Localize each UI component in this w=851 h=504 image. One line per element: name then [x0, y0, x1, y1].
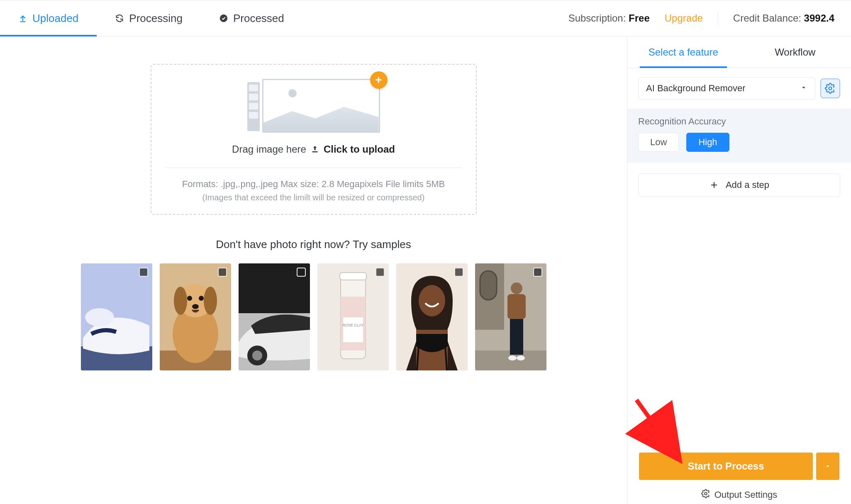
credit-value: 3992.4 [804, 12, 834, 24]
start-process-more-button[interactable] [816, 453, 839, 480]
dropzone-text: Drag image here Click to upload [166, 144, 462, 155]
subscription-label: Subscription: [568, 12, 626, 24]
credit-balance: Credit Balance: 3992.4 [733, 12, 834, 24]
samples-title: Don't have photo right now? Try samples [0, 238, 627, 251]
main-tabs: Uploaded Processing Processed [0, 0, 302, 36]
sample-checkbox[interactable] [218, 268, 227, 277]
svg-rect-1 [312, 151, 317, 153]
center-panel: + Drag image here Click to upload Format… [0, 37, 627, 504]
svg-point-36 [829, 87, 832, 90]
sample-image[interactable] [475, 263, 546, 370]
tab-processed-label: Processed [233, 12, 284, 25]
tab-processing-label: Processing [129, 12, 183, 25]
svg-rect-33 [510, 319, 523, 355]
feature-row: AI Background Remover [627, 68, 851, 109]
svg-rect-32 [507, 294, 526, 319]
start-process-button[interactable]: Start to Process [639, 453, 813, 480]
sample-checkbox[interactable] [533, 268, 542, 277]
upgrade-link[interactable]: Upgrade [665, 12, 703, 24]
click-upload-text[interactable]: Click to upload [324, 144, 395, 155]
svg-point-17 [252, 351, 262, 360]
tab-uploaded-label: Uploaded [32, 12, 78, 25]
right-panel: Select a feature Workflow AI Background … [627, 37, 851, 504]
right-tabs: Select a feature Workflow [627, 37, 851, 68]
tab-processed[interactable]: Processed [201, 0, 302, 36]
dropzone-formats: Formats: .jpg,.png,.jpeg Max size: 2.8 M… [166, 179, 462, 190]
upload-small-icon [310, 145, 319, 154]
accuracy-low[interactable]: Low [638, 133, 679, 152]
svg-rect-22 [343, 317, 363, 342]
tab-select-feature[interactable]: Select a feature [627, 37, 739, 68]
dropzone[interactable]: + Drag image here Click to upload Format… [151, 64, 477, 215]
svg-rect-20 [340, 273, 366, 280]
svg-point-34 [508, 355, 517, 360]
plus-icon: + [370, 71, 388, 89]
top-right: Subscription: Free Upgrade Credit Balanc… [568, 0, 851, 36]
accuracy-segment: Low High [638, 133, 840, 152]
check-circle-icon [219, 14, 228, 23]
gear-icon [701, 489, 710, 501]
dropzone-note: (Images that exceed the limilt will be r… [166, 193, 462, 202]
tab-processing[interactable]: Processing [97, 0, 201, 36]
add-step-label: Add a step [726, 180, 769, 190]
svg-rect-29 [480, 271, 497, 300]
svg-point-31 [511, 282, 522, 294]
svg-point-10 [204, 287, 217, 315]
drag-text: Drag image here [232, 144, 306, 155]
separator [718, 11, 718, 25]
sample-checkbox[interactable] [297, 268, 306, 277]
refresh-icon [115, 14, 124, 23]
sample-image[interactable] [396, 263, 468, 370]
chevron-down-icon [800, 83, 807, 94]
right-footer: Start to Process Output Settings [627, 453, 851, 504]
accuracy-panel: Recognition Accuracy Low High [627, 109, 851, 163]
accuracy-label: Recognition Accuracy [638, 116, 840, 127]
subscription-value: Free [629, 12, 650, 24]
sample-checkbox[interactable] [376, 268, 385, 277]
svg-point-4 [85, 308, 114, 326]
output-settings-link[interactable]: Output Settings [639, 489, 839, 504]
add-step-button[interactable]: Add a step [638, 173, 840, 197]
sample-image[interactable] [160, 263, 231, 370]
sample-image[interactable]: ROSE CLAY [317, 263, 389, 370]
svg-text:ROSE CLAY: ROSE CLAY [342, 323, 363, 327]
upload-icon [18, 14, 27, 23]
sample-checkbox[interactable] [139, 268, 148, 277]
svg-line-38 [636, 400, 668, 444]
sample-gallery: ROSE CLAY [0, 263, 627, 370]
svg-point-39 [705, 492, 707, 495]
credit-label: Credit Balance: [733, 12, 801, 24]
tab-uploaded[interactable]: Uploaded [0, 0, 97, 36]
feature-settings-button[interactable] [820, 78, 840, 98]
accuracy-high[interactable]: High [686, 133, 729, 152]
feature-select-value: AI Background Remover [646, 83, 746, 94]
svg-point-25 [419, 285, 445, 317]
sample-image[interactable] [239, 263, 310, 370]
svg-point-9 [174, 287, 187, 315]
output-settings-label: Output Settings [714, 489, 778, 500]
svg-point-11 [187, 296, 192, 301]
svg-point-35 [517, 355, 525, 360]
feature-select[interactable]: AI Background Remover [638, 77, 815, 100]
svg-point-12 [199, 296, 204, 301]
annotation-arrow [632, 396, 682, 456]
tab-workflow[interactable]: Workflow [739, 37, 851, 68]
sample-image[interactable] [81, 263, 152, 370]
top-bar: Uploaded Processing Processed Subscripti… [0, 0, 851, 37]
subscription: Subscription: Free [568, 12, 650, 24]
svg-point-13 [192, 304, 199, 309]
dropzone-illustration: + [247, 79, 380, 133]
sample-checkbox[interactable] [454, 268, 463, 277]
